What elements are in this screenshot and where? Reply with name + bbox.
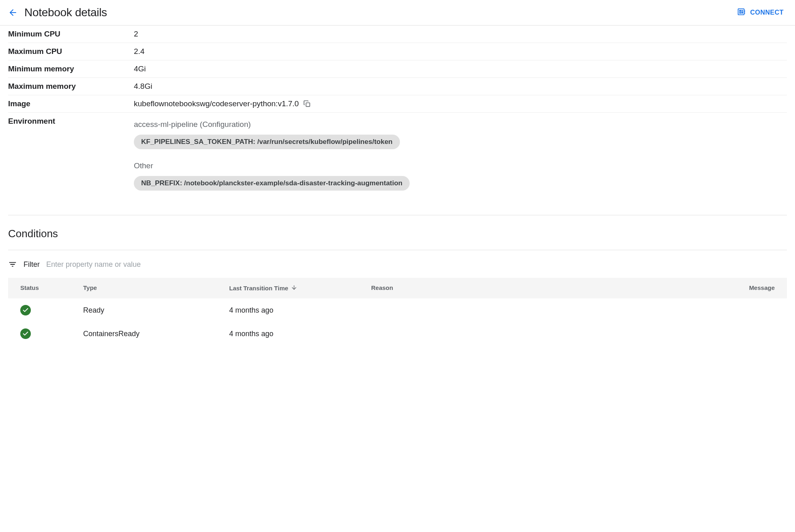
detail-row-image: Image kubeflownotebookswg/codeserver-pyt…	[8, 95, 787, 113]
table-row: Ready 4 months ago	[8, 298, 787, 322]
developer-board-icon	[737, 7, 746, 18]
check-circle-icon	[20, 328, 31, 339]
connect-button[interactable]: CONNECT	[734, 5, 787, 20]
svg-rect-1	[306, 103, 309, 107]
content-area: Minimum CPU 2 Maximum CPU 2.4 Minimum me…	[0, 26, 795, 345]
filter-row: Filter	[8, 257, 787, 278]
conditions-title: Conditions	[8, 227, 787, 240]
detail-value: 4.8Gi	[134, 82, 152, 91]
page-title: Notebook details	[24, 6, 107, 19]
column-header-reason[interactable]: Reason	[371, 284, 738, 292]
filter-list-icon[interactable]	[8, 260, 17, 269]
env-chip: KF_PIPELINES_SA_TOKEN_PATH: /var/run/sec…	[134, 135, 400, 149]
cell-status	[20, 328, 83, 339]
env-chip: NB_PREFIX: /notebook/planckster-example/…	[134, 176, 410, 191]
detail-value: 2.4	[134, 47, 144, 56]
detail-value: kubeflownotebookswg/codeserver-python:v1…	[134, 99, 311, 108]
detail-label: Minimum CPU	[8, 30, 134, 39]
conditions-divider	[8, 250, 787, 250]
detail-label: Maximum CPU	[8, 47, 134, 56]
back-arrow-icon[interactable]	[8, 8, 18, 17]
column-header-type[interactable]: Type	[83, 284, 229, 292]
environment-section: access-ml-pipeline (Configuration) KF_PI…	[134, 117, 410, 203]
detail-row-min-memory: Minimum memory 4Gi	[8, 60, 787, 78]
column-header-time[interactable]: Last Transition Time	[229, 284, 371, 292]
detail-label: Maximum memory	[8, 82, 134, 91]
conditions-table: Status Type Last Transition Time Reason …	[8, 278, 787, 345]
header-left: Notebook details	[8, 6, 107, 19]
detail-value: 2	[134, 30, 138, 39]
env-group-title: Other	[134, 161, 410, 170]
connect-button-label: CONNECT	[750, 9, 784, 16]
detail-label: Environment	[8, 117, 134, 126]
table-header: Status Type Last Transition Time Reason …	[8, 278, 787, 298]
detail-label: Minimum memory	[8, 64, 134, 73]
cell-time: 4 months ago	[229, 330, 371, 338]
detail-value: 4Gi	[134, 64, 146, 73]
filter-label: Filter	[24, 260, 40, 269]
detail-row-min-cpu: Minimum CPU 2	[8, 26, 787, 43]
copy-icon[interactable]	[303, 100, 311, 108]
column-header-time-label: Last Transition Time	[229, 285, 288, 292]
cell-type: Ready	[83, 306, 229, 315]
env-group-title: access-ml-pipeline (Configuration)	[134, 120, 410, 129]
filter-input[interactable]	[46, 260, 787, 269]
column-header-message[interactable]: Message	[738, 284, 775, 292]
detail-row-environment: Environment access-ml-pipeline (Configur…	[8, 113, 787, 207]
section-divider	[8, 215, 787, 215]
page-header: Notebook details CONNECT	[0, 0, 795, 26]
detail-label: Image	[8, 99, 134, 108]
image-value-text: kubeflownotebookswg/codeserver-python:v1…	[134, 99, 299, 108]
check-circle-icon	[20, 305, 31, 315]
column-header-status[interactable]: Status	[20, 284, 83, 292]
detail-row-max-cpu: Maximum CPU 2.4	[8, 43, 787, 60]
cell-status	[20, 305, 83, 315]
cell-time: 4 months ago	[229, 306, 371, 315]
cell-type: ContainersReady	[83, 330, 229, 338]
table-row: ContainersReady 4 months ago	[8, 322, 787, 345]
arrow-down-icon	[291, 284, 297, 292]
detail-row-max-memory: Maximum memory 4.8Gi	[8, 78, 787, 95]
